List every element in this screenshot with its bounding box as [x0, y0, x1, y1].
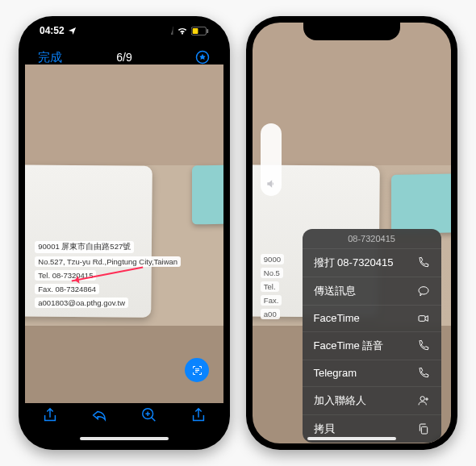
home-indicator[interactable] — [80, 437, 169, 440]
photo-counter: 6/9 — [116, 51, 132, 64]
menu-item-facetime-audio[interactable]: FaceTime 語音 — [303, 331, 441, 360]
video-icon — [417, 312, 430, 325]
phone-right: 9000 No.5 Tel. Fax. a00 08-7320415 撥打 08… — [246, 16, 457, 450]
menu-label: 拷貝 — [314, 422, 335, 436]
detected-text[interactable]: Fax. — [261, 295, 282, 306]
ai-badge-icon[interactable] — [194, 49, 211, 65]
menu-item-call[interactable]: 撥打 08-7320415 — [303, 248, 441, 277]
svg-rect-12 — [421, 426, 427, 434]
zoom-button[interactable] — [140, 406, 158, 427]
menu-item-add-contact[interactable]: 加入聯絡人 — [303, 386, 441, 414]
menu-label: Telegram — [314, 367, 357, 379]
copy-icon — [417, 422, 430, 435]
svg-point-11 — [420, 396, 424, 400]
bottom-toolbar — [25, 402, 223, 432]
reply-button[interactable] — [90, 406, 108, 427]
detected-text[interactable]: Tel. — [261, 281, 279, 292]
phone-icon — [417, 339, 430, 352]
detected-text[interactable]: Fax. 08-7324864 — [35, 284, 99, 294]
done-button[interactable]: 完成 — [38, 50, 62, 65]
menu-item-facetime[interactable]: FaceTime — [303, 305, 441, 331]
home-indicator[interactable] — [307, 437, 396, 440]
screen: 9000 No.5 Tel. Fax. a00 08-7320415 撥打 08… — [253, 23, 451, 443]
detected-text[interactable]: Tel. 08-7320415 — [35, 270, 96, 281]
phone-left: 04:52 完成 6/9 90001 屏東市自由路527號 No.527, Tz… — [19, 16, 230, 450]
detected-text[interactable]: No.527, Tzu-yu Rd.,Pingtung City,Taiwan — [35, 256, 181, 267]
detected-text-group: 90001 屏東市自由路527號 No.527, Tzu-yu Rd.,Ping… — [35, 241, 181, 308]
live-text-button[interactable] — [185, 358, 209, 382]
svg-rect-10 — [419, 315, 425, 321]
detected-text[interactable]: No.5 — [261, 268, 283, 278]
svg-rect-5 — [193, 28, 198, 34]
detected-text[interactable]: a001803@oa.pthg.gov.tw — [35, 297, 128, 308]
nav-bar: 完成 6/9 — [25, 45, 223, 69]
card-stack — [192, 165, 223, 225]
notch — [76, 23, 173, 40]
phone-icon — [417, 256, 430, 269]
notch — [303, 23, 400, 40]
svg-point-9 — [419, 286, 428, 293]
reply-icon — [90, 406, 108, 424]
zoom-in-icon — [140, 406, 158, 424]
speaker-icon — [265, 178, 277, 189]
card-stack — [391, 173, 451, 234]
menu-item-telegram[interactable]: Telegram — [303, 360, 441, 386]
phone-icon — [417, 367, 430, 380]
screen: 04:52 完成 6/9 90001 屏東市自由路527號 No.527, Tz… — [25, 23, 223, 443]
share-button[interactable] — [41, 406, 59, 427]
detected-text[interactable]: 9000 — [261, 254, 284, 264]
detected-text[interactable]: 90001 屏東市自由路527號 — [35, 241, 134, 253]
menu-label: 撥打 08-7320415 — [314, 256, 394, 270]
detected-text-group: 9000 No.5 Tel. Fax. a00 — [261, 254, 284, 319]
wifi-icon — [177, 25, 188, 36]
add-contact-icon — [417, 394, 430, 407]
menu-item-message[interactable]: 傳送訊息 — [303, 277, 441, 305]
menu-label: 加入聯絡人 — [314, 393, 366, 408]
status-time: 04:52 — [40, 25, 65, 36]
share-icon — [41, 406, 59, 424]
menu-label: FaceTime 語音 — [314, 339, 384, 353]
menu-header: 08-7320415 — [303, 229, 441, 248]
export-icon — [190, 406, 207, 424]
menu-label: 傳送訊息 — [314, 284, 356, 298]
live-text-icon — [191, 364, 203, 377]
volume-hud — [261, 123, 282, 196]
detected-text[interactable]: a00 — [261, 309, 280, 319]
menu-label: FaceTime — [314, 312, 360, 324]
context-menu: 08-7320415 撥打 08-7320415 傳送訊息 FaceTime F… — [303, 229, 441, 443]
svg-rect-6 — [207, 28, 208, 32]
export-button[interactable] — [190, 406, 207, 427]
battery-icon — [191, 27, 209, 35]
message-icon — [417, 285, 430, 297]
